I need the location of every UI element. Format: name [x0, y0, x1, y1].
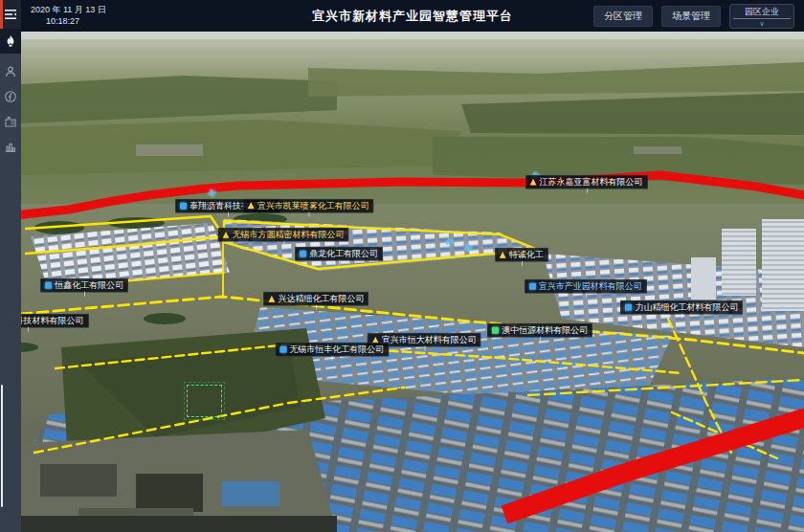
sidebar-item-menu[interactable] — [0, 0, 21, 29]
map-company-label[interactable]: 澳中恒源材料有限公司 — [487, 323, 592, 338]
company-label-text: 特诚化工 — [509, 250, 544, 260]
time-text: 10:18:27 — [31, 16, 106, 27]
map-company-label[interactable]: 兴达精细化工有限公司 — [263, 292, 368, 306]
blue-marker-icon — [180, 202, 187, 209]
map-company-label[interactable]: 宜兴市顺科技材料有限公司 — [21, 314, 89, 328]
header-actions: 分区管理 场景管理 园区企业 ∨ — [593, 4, 794, 29]
map-company-label[interactable]: 江苏永嘉亚富材料有限公司 — [525, 175, 648, 189]
sidebar-item-energy[interactable] — [0, 84, 21, 109]
company-label-text: 宜兴市产业园材料有限公司 — [539, 281, 642, 292]
company-label-text: 无锡市恒丰化工有限公司 — [289, 344, 384, 355]
map-company-label[interactable]: 力山精细化工材料有限公司 — [620, 300, 743, 315]
yellow-marker-icon — [268, 296, 275, 302]
sidebar-item-enterprise[interactable] — [0, 109, 21, 134]
sidebar — [0, 0, 21, 532]
sidebar-item-fire-alarm[interactable] — [0, 29, 21, 54]
dropdown-label: 园区企业 — [745, 7, 779, 17]
map-company-label[interactable]: 无锡市方圆精密材料有限公司 — [218, 228, 349, 242]
company-label-text: 力山精细化工材料有限公司 — [635, 302, 738, 313]
company-label-text: 兴达精细化工有限公司 — [278, 294, 364, 304]
green-marker-icon — [492, 327, 499, 334]
yellow-marker-icon — [530, 179, 537, 186]
company-label-text: 宜兴市顺科技材料有限公司 — [21, 316, 84, 326]
sidebar-item-statistics[interactable] — [0, 134, 21, 159]
company-label-text: 鼎龙化工有限公司 — [309, 248, 378, 258]
park-enterprise-dropdown[interactable]: 园区企业 ∨ — [729, 4, 794, 29]
sidebar-scrollbar[interactable] — [1, 385, 3, 507]
map-company-label[interactable]: 恒鑫化工有限公司 — [40, 277, 128, 292]
chevron-down-icon: ∨ — [759, 20, 764, 27]
map-company-label[interactable]: 宜兴市产业园材料有限公司 — [525, 279, 647, 294]
scene-management-button[interactable]: 场景管理 — [661, 6, 721, 27]
map-3d-view[interactable]: ✈✈✈✈ 泰翔沥青科技有限公司宜兴市凯莱喷雾化工有限公司无锡市方圆精密材料有限公… — [21, 32, 804, 532]
smart-park-platform-window: 2020 年 11 月 13 日 10:18:27 宜兴市新材料产业园智慧管理平… — [0, 0, 804, 532]
blue-marker-icon — [625, 304, 632, 311]
map-scene — [21, 32, 804, 532]
company-label-text: 江苏永嘉亚富材料有限公司 — [540, 177, 643, 188]
yellow-marker-icon — [223, 232, 230, 238]
person-icon — [4, 65, 17, 78]
map-company-label[interactable]: 特诚化工 — [495, 248, 548, 262]
blue-marker-icon — [300, 250, 306, 256]
blue-marker-icon — [45, 281, 52, 288]
blue-marker-icon — [279, 346, 286, 353]
company-label-text: 宜兴市恒大材料有限公司 — [382, 335, 477, 345]
blue-marker-icon — [529, 283, 536, 290]
yellow-marker-icon — [500, 252, 506, 258]
map-company-label[interactable]: 鼎龙化工有限公司 — [295, 246, 383, 260]
factory-icon — [4, 115, 17, 128]
bar-chart-icon — [4, 140, 17, 153]
dropdown-divider — [733, 18, 791, 19]
date-text: 2020 年 11 月 13 日 — [31, 5, 106, 15]
company-label-text: 恒鑫化工有限公司 — [55, 279, 123, 290]
map-company-label[interactable]: 宜兴市凯莱喷雾化工有限公司 — [243, 198, 374, 212]
yellow-marker-icon — [248, 202, 255, 209]
company-label-text: 宜兴市凯莱喷雾化工有限公司 — [257, 200, 369, 211]
fire-icon — [4, 34, 17, 48]
company-label-text: 澳中恒源材料有限公司 — [502, 325, 588, 336]
sidebar-item-personnel[interactable] — [0, 59, 21, 84]
company-label-text: 无锡市方圆精密材料有限公司 — [233, 230, 345, 240]
datetime-display: 2020 年 11 月 13 日 10:18:27 — [31, 5, 106, 27]
power-icon — [4, 90, 17, 103]
top-header: 2020 年 11 月 13 日 10:18:27 宜兴市新材料产业园智慧管理平… — [21, 0, 804, 32]
menu-icon — [4, 9, 17, 20]
zone-management-button[interactable]: 分区管理 — [593, 6, 653, 27]
map-company-label[interactable]: 无锡市恒丰化工有限公司 — [275, 343, 389, 357]
